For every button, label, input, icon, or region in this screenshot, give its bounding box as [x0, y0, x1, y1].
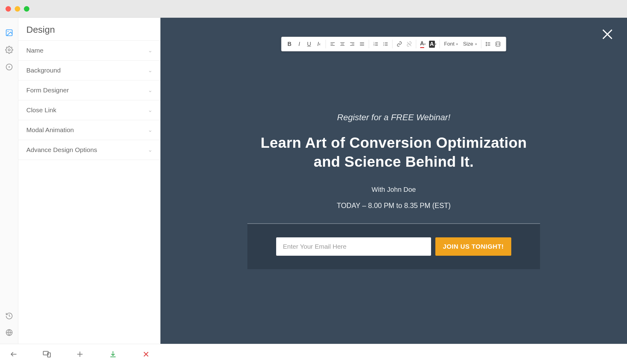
window-titlebar — [0, 0, 627, 18]
sidebar-item-label: Background — [26, 67, 61, 74]
download-icon[interactable] — [108, 350, 118, 359]
line-height-button[interactable] — [483, 39, 493, 49]
align-center-button[interactable] — [337, 39, 347, 49]
text-color-button[interactable]: A▾ — [418, 39, 428, 49]
bottom-action-bar — [0, 344, 627, 364]
clear-format-button[interactable]: Ix — [314, 39, 324, 49]
sidebar-item-label: Advance Design Options — [26, 146, 97, 154]
traffic-lights — [6, 6, 29, 12]
toolbar-separator — [325, 40, 326, 48]
image-icon[interactable] — [5, 29, 13, 37]
modal-timing[interactable]: TODAY – 8.00 PM to 8.35 PM (EST) — [337, 202, 451, 210]
design-sidebar: Design Name ⌄ Background ⌄ Form Designer… — [18, 18, 160, 364]
sidebar-item-form-designer[interactable]: Form Designer ⌄ — [18, 80, 160, 100]
chevron-down-icon: ⌄ — [148, 87, 152, 94]
chevron-down-icon: ⌄ — [148, 107, 152, 113]
toolbar-separator — [481, 40, 482, 48]
app-body: Design Name ⌄ Background ⌄ Form Designer… — [0, 18, 627, 364]
sidebar-item-background[interactable]: Background ⌄ — [18, 60, 160, 80]
window-minimize-dot[interactable] — [15, 6, 20, 12]
sidebar-item-close-link[interactable]: Close Link ⌄ — [18, 100, 160, 120]
sidebar-item-label: Name — [26, 47, 43, 54]
align-right-button[interactable] — [347, 39, 357, 49]
svg-point-31 — [383, 45, 384, 46]
back-icon[interactable] — [9, 350, 18, 359]
sidebar-item-label: Close Link — [26, 106, 56, 114]
toolbar-separator — [392, 40, 392, 48]
sidebar-item-name[interactable]: Name ⌄ — [18, 40, 160, 60]
modal-presenter[interactable]: With John Doe — [372, 186, 416, 194]
chevron-down-icon: ⌄ — [148, 147, 152, 153]
size-dropdown[interactable]: Size▾ — [460, 41, 479, 47]
plus-icon[interactable] — [75, 350, 84, 359]
window-close-dot[interactable] — [6, 6, 11, 12]
svg-text:3: 3 — [374, 44, 374, 46]
unlink-button[interactable] — [404, 39, 414, 49]
size-label: Size — [463, 41, 473, 47]
history-icon[interactable] — [5, 312, 13, 320]
email-input[interactable] — [276, 237, 431, 256]
underline-button[interactable]: U — [304, 39, 314, 49]
chevron-down-icon: ⌄ — [148, 67, 152, 74]
chevron-down-icon: ⌄ — [148, 127, 152, 133]
sidebar-item-label: Form Designer — [26, 87, 69, 94]
sidebar-item-advance-options[interactable]: Advance Design Options ⌄ — [18, 140, 160, 160]
font-label: Font — [444, 41, 454, 47]
join-button[interactable]: JOIN US TONIGHT! — [435, 237, 511, 256]
gear-icon[interactable] — [5, 46, 13, 54]
ordered-list-button[interactable]: 123 — [371, 39, 381, 49]
italic-button[interactable]: I — [294, 39, 304, 49]
sidebar-title: Design — [18, 18, 160, 40]
toolbar-separator — [369, 40, 369, 48]
toolbar-separator — [416, 40, 416, 48]
font-dropdown[interactable]: Font▾ — [441, 41, 460, 47]
unordered-list-button[interactable] — [381, 39, 390, 49]
align-left-button[interactable] — [328, 39, 337, 49]
modal-content: Register for a FREE Webinar! Learn Art o… — [247, 113, 540, 210]
close-icon[interactable] — [141, 350, 151, 359]
signup-form: JOIN US TONIGHT! — [247, 223, 540, 269]
sidebar-item-label: Modal Animation — [26, 126, 74, 134]
svg-point-29 — [383, 42, 384, 43]
bold-button[interactable]: B — [284, 39, 294, 49]
link-button[interactable] — [394, 39, 404, 49]
svg-point-2 — [8, 49, 10, 51]
text-editor-toolbar: B I U Ix 123 A▾ A▾ Font▾ Size▾ — [281, 37, 506, 51]
left-icon-rail — [0, 18, 18, 364]
highlight-color-button[interactable]: A▾ — [428, 39, 437, 49]
globe-icon[interactable] — [5, 329, 13, 336]
chevron-down-icon: ⌄ — [148, 47, 152, 54]
align-justify-button[interactable] — [357, 39, 367, 49]
modal-close-button[interactable] — [600, 27, 615, 42]
source-button[interactable] — [493, 39, 503, 49]
preview-canvas: B I U Ix 123 A▾ A▾ Font▾ Size▾ — [160, 18, 627, 364]
svg-point-30 — [383, 44, 384, 44]
modal-eyebrow[interactable]: Register for a FREE Webinar! — [337, 113, 450, 122]
modal-headline[interactable]: Learn Art of Conversion Optimization and… — [247, 133, 540, 172]
window-zoom-dot[interactable] — [24, 6, 29, 12]
svg-point-4 — [8, 66, 9, 68]
svg-point-1 — [7, 31, 8, 32]
target-icon[interactable] — [5, 63, 13, 71]
devices-icon[interactable] — [42, 350, 51, 359]
sidebar-item-modal-animation[interactable]: Modal Animation ⌄ — [18, 120, 160, 140]
toolbar-separator — [439, 40, 440, 48]
